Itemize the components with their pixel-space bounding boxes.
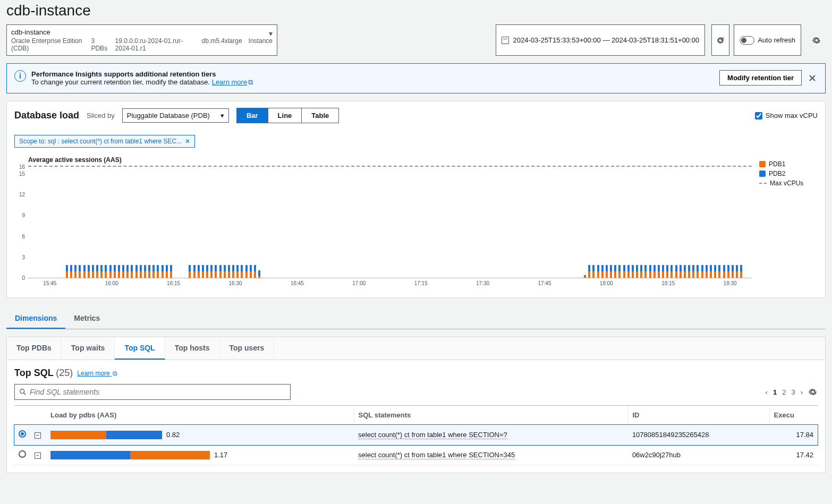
sql-search-input[interactable]	[30, 388, 286, 396]
table-row[interactable]: −0.82select count(*) ct from table1 wher…	[14, 425, 818, 445]
chart-bar[interactable]	[666, 265, 668, 278]
settings-button[interactable]	[808, 24, 826, 56]
chart-bar[interactable]	[718, 265, 720, 278]
chart-bar[interactable]	[118, 265, 120, 278]
page-1[interactable]: 1	[773, 388, 777, 396]
chart-bar[interactable]	[636, 265, 638, 278]
chart-bar[interactable]	[66, 265, 68, 278]
chart-bar[interactable]	[254, 265, 256, 278]
auto-refresh-toggle[interactable]: Auto refresh	[734, 24, 801, 56]
chart-bar[interactable]	[250, 265, 252, 278]
chart-bar[interactable]	[215, 265, 217, 278]
chart-bar[interactable]	[74, 265, 77, 278]
chart-bar[interactable]	[70, 265, 72, 278]
scope-chip[interactable]: Scope to: sql : select count(*) ct from …	[14, 135, 195, 148]
chart-bar[interactable]	[618, 265, 621, 278]
chart-bar[interactable]	[736, 265, 738, 278]
show-max-vcpu-input[interactable]	[755, 112, 762, 119]
chart-bar[interactable]	[241, 265, 243, 278]
chart-bar[interactable]	[706, 265, 708, 278]
chart-bar[interactable]	[131, 265, 133, 278]
chart-bar[interactable]	[623, 265, 625, 278]
chart-bar[interactable]	[684, 265, 686, 278]
chart-bar[interactable]	[109, 265, 112, 278]
chart-bar[interactable]	[88, 265, 90, 278]
chart-bar[interactable]	[219, 265, 222, 278]
chart-bar[interactable]	[610, 265, 612, 278]
chart-bar[interactable]	[245, 265, 248, 278]
chart-bar[interactable]	[649, 265, 651, 278]
chart-bar[interactable]	[588, 265, 590, 278]
close-banner-button[interactable]	[807, 73, 818, 83]
chart-bar[interactable]	[79, 265, 81, 278]
chart-bar[interactable]	[193, 265, 196, 278]
chart-bar[interactable]	[232, 265, 234, 278]
aas-chart[interactable]: 0369121516	[28, 167, 752, 278]
chart-bar[interactable]	[105, 265, 107, 278]
tab-metrics[interactable]: Metrics	[65, 309, 108, 329]
chart-bar[interactable]	[100, 265, 103, 278]
row-radio[interactable]	[19, 430, 26, 438]
chart-bar[interactable]	[152, 265, 155, 278]
subtab-top-hosts[interactable]: Top hosts	[165, 337, 220, 360]
chart-bar[interactable]	[236, 265, 239, 278]
chart-bar[interactable]	[658, 265, 660, 278]
chart-bar[interactable]	[680, 265, 682, 278]
chart-bar[interactable]	[584, 275, 586, 278]
chart-bar[interactable]	[662, 265, 664, 278]
page-next[interactable]: ›	[801, 388, 803, 396]
chart-bar[interactable]	[692, 265, 694, 278]
row-expander[interactable]: −	[35, 432, 41, 439]
chart-bar[interactable]	[697, 265, 699, 278]
chart-bar[interactable]	[714, 265, 716, 278]
chart-bar[interactable]	[92, 265, 94, 278]
chart-bar[interactable]	[632, 265, 634, 278]
chart-bar[interactable]	[157, 265, 159, 278]
col-load[interactable]: Load by pdbs (AAS)	[46, 406, 354, 425]
chart-bar[interactable]	[122, 265, 124, 278]
chart-bar[interactable]	[96, 265, 98, 278]
chart-bar[interactable]	[148, 265, 150, 278]
chart-bar[interactable]	[723, 265, 725, 278]
view-table[interactable]: Table	[301, 108, 338, 123]
chart-bar[interactable]	[140, 265, 142, 278]
sql-statement-link[interactable]: select count(*) ct from table1 where SEC…	[358, 451, 515, 459]
banner-learn-more-link[interactable]: Learn more⧉	[212, 78, 253, 86]
chart-bar[interactable]	[166, 265, 168, 278]
sliced-by-dropdown[interactable]: Pluggable Database (PDB) ▾	[122, 108, 229, 123]
chart-bar[interactable]	[198, 265, 200, 278]
chart-bar[interactable]	[606, 265, 608, 278]
chart-bar[interactable]	[740, 265, 742, 278]
chart-bar[interactable]	[170, 265, 172, 278]
chart-bar[interactable]	[614, 265, 616, 278]
col-id[interactable]: ID	[628, 406, 769, 425]
chart-bar[interactable]	[627, 265, 630, 278]
chart-bar[interactable]	[597, 265, 599, 278]
chart-bar[interactable]	[162, 265, 164, 278]
chart-bar[interactable]	[644, 265, 647, 278]
show-max-vcpu-checkbox[interactable]: Show max vCPU	[755, 112, 818, 119]
chart-bar[interactable]	[710, 265, 712, 278]
refresh-button[interactable]	[711, 24, 729, 56]
chart-bar[interactable]	[653, 265, 656, 278]
subtab-top-sql[interactable]: Top SQL	[115, 337, 165, 360]
page-3[interactable]: 3	[791, 388, 795, 396]
sql-statement-link[interactable]: select count(*) ct from table1 where SEC…	[358, 431, 507, 439]
subtab-top-waits[interactable]: Top waits	[62, 337, 115, 360]
table-settings-button[interactable]	[808, 387, 818, 397]
time-range-selector[interactable]: 2024-03-25T15:33:53+00:00 — 2024-03-25T1…	[496, 24, 706, 56]
page-prev[interactable]: ‹	[766, 388, 768, 396]
chart-bar[interactable]	[592, 265, 595, 278]
tab-dimensions[interactable]: Dimensions	[6, 309, 65, 329]
chart-bar[interactable]	[202, 265, 204, 278]
modify-retention-button[interactable]: Modify retention tier	[719, 70, 802, 86]
sql-search[interactable]	[14, 384, 291, 400]
col-exec[interactable]: Execu	[769, 406, 818, 425]
chart-bar[interactable]	[675, 265, 677, 278]
page-2[interactable]: 2	[782, 388, 786, 396]
chart-bar[interactable]	[224, 265, 226, 278]
row-expander[interactable]: −	[35, 452, 41, 459]
table-row[interactable]: −1.17select count(*) ct from table1 wher…	[14, 445, 818, 465]
chart-bar[interactable]	[601, 265, 604, 278]
col-sql[interactable]: SQL statements	[354, 406, 628, 425]
